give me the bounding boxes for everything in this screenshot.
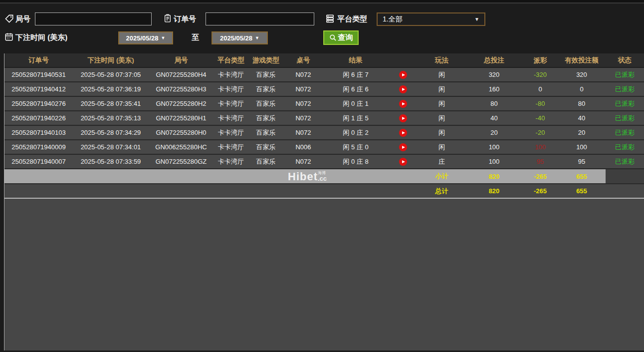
game-id-cell: GN006255280HC xyxy=(149,140,214,154)
game-id-cell: GN072255280H2 xyxy=(149,97,214,110)
magnifier-icon xyxy=(329,34,337,41)
query-button[interactable]: 查询 xyxy=(323,30,359,45)
subtotal-row: 小计 820 -265 655 Hibet 海博 .cc xyxy=(4,169,644,184)
header-status: 状态 xyxy=(606,53,644,67)
platform-type-value: 1.全部 xyxy=(383,15,403,24)
bet-type-cell: 闲 xyxy=(418,140,465,154)
order-id-cell: 250528071940103 xyxy=(4,126,73,139)
table-header-row: 订单号 下注时间 (美东) 局号 平台类型 游戏类型 桌号 结果 玩法 总投注 … xyxy=(4,53,644,68)
result-cell: 闲 6 庄 6 xyxy=(323,82,388,96)
platform-cell: 卡卡湾厅 xyxy=(214,155,248,168)
total-bet-cell: 160 xyxy=(465,82,523,96)
platform-type-select[interactable]: 1.全部 ▼ xyxy=(377,12,485,26)
bet-time-cell: 2025-05-28 07:35:41 xyxy=(73,97,149,110)
order-no-input[interactable] xyxy=(206,12,314,25)
table-row: 250528071940412 2025-05-28 07:36:19 GN07… xyxy=(4,82,644,97)
replay-play-button[interactable] xyxy=(399,158,407,166)
play-icon xyxy=(402,102,405,105)
game-no-input[interactable] xyxy=(35,12,152,25)
order-id-cell: 250528071940276 xyxy=(4,97,73,110)
total-bet-cell: 100 xyxy=(465,155,523,168)
header-valid-bet: 有效投注额 xyxy=(558,53,606,67)
table-row: 250528071940226 2025-05-28 07:35:13 GN07… xyxy=(4,111,644,126)
total-bet-cell: 40 xyxy=(465,111,523,125)
valid-bet-cell: 320 xyxy=(558,68,606,81)
game-id-cell: GN072255280H0 xyxy=(149,126,214,139)
status-badge: 已派彩 xyxy=(606,126,644,139)
bet-type-cell: 闲 xyxy=(418,126,465,139)
date-to-select[interactable]: 2025/05/28 ▼ xyxy=(212,31,268,44)
chevron-down-icon: ▼ xyxy=(161,35,166,40)
play-icon xyxy=(402,117,405,120)
result-cell: 闲 1 庄 5 xyxy=(323,111,388,125)
order-id-cell: 250528071940009 xyxy=(4,140,73,154)
status-badge: 已派彩 xyxy=(606,97,644,110)
table-no-cell: N072 xyxy=(283,155,323,168)
bet-time-cell: 2025-05-28 07:34:01 xyxy=(73,140,149,154)
valid-bet-cell: 0 xyxy=(558,82,606,96)
game-type-cell: 百家乐 xyxy=(248,126,283,139)
replay-play-button[interactable] xyxy=(399,71,407,79)
payout-cell: -20 xyxy=(523,126,558,139)
date-from-select[interactable]: 2025/05/28 ▼ xyxy=(118,31,173,44)
bet-type-cell: 闲 xyxy=(418,111,465,125)
date-from-value: 2025/05/28 xyxy=(126,34,159,42)
replay-play-button[interactable] xyxy=(399,85,407,93)
result-cell: 闲 5 庄 0 xyxy=(323,140,388,154)
subtotal-valid-bet: 655 xyxy=(558,169,606,183)
game-type-cell: 百家乐 xyxy=(248,155,283,168)
total-bet-cell: 100 xyxy=(465,140,523,154)
valid-bet-cell: 95 xyxy=(558,155,606,168)
game-id-cell: GN072255280H1 xyxy=(149,111,214,125)
game-type-cell: 百家乐 xyxy=(248,68,283,81)
table-row: 250528071940103 2025-05-28 07:34:29 GN07… xyxy=(4,126,644,140)
order-no-label: 订单号 xyxy=(174,14,196,24)
order-id-cell: 250528071940226 xyxy=(4,111,73,125)
table-no-cell: N072 xyxy=(283,111,323,125)
date-to-value: 2025/05/28 xyxy=(220,34,252,42)
platform-type-label: 平台类型 xyxy=(337,14,367,24)
order-id-cell: 250528071940007 xyxy=(4,155,73,168)
bet-type-cell: 闲 xyxy=(418,97,465,110)
platform-cell: 卡卡湾厅 xyxy=(214,126,248,139)
game-id-cell: GN072255280H4 xyxy=(149,68,214,81)
platform-cell: 卡卡湾厅 xyxy=(214,68,248,81)
result-cell: 闲 0 庄 2 xyxy=(323,126,388,139)
table-no-cell: N072 xyxy=(283,97,323,110)
total-bet-cell: 20 xyxy=(465,126,523,139)
grand-total-total-bet: 820 xyxy=(465,184,523,198)
result-cell: 闲 0 庄 8 xyxy=(323,155,388,168)
bet-time-cell: 2025-05-28 07:37:05 xyxy=(73,68,149,81)
replay-play-button[interactable] xyxy=(399,114,407,122)
platform-cell: 卡卡湾厅 xyxy=(214,82,248,96)
header-game-type: 游戏类型 xyxy=(248,53,283,67)
game-type-cell: 百家乐 xyxy=(248,140,283,154)
valid-bet-cell: 40 xyxy=(558,111,606,125)
replay-play-button[interactable] xyxy=(399,100,407,108)
header-total-bet: 总投注 xyxy=(465,53,523,67)
bet-time-label: 下注时间 (美东) xyxy=(15,33,67,42)
play-icon xyxy=(402,146,405,149)
header-result: 结果 xyxy=(323,53,388,67)
grand-total-payout: -265 xyxy=(523,184,558,198)
game-type-cell: 百家乐 xyxy=(248,111,283,125)
header-payout: 派彩 xyxy=(523,53,558,67)
subtotal-payout: -265 xyxy=(523,169,558,183)
date-range-separator: 至 xyxy=(192,33,199,42)
header-bet-time: 下注时间 (美东) xyxy=(73,53,149,67)
platform-cell: 卡卡湾厅 xyxy=(214,97,248,110)
play-icon xyxy=(402,73,405,76)
table-no-cell: N072 xyxy=(283,68,323,81)
grand-total-valid-bet: 655 xyxy=(558,184,606,198)
result-cell: 闲 0 庄 1 xyxy=(323,97,388,110)
game-id-cell: GN072255280H3 xyxy=(149,82,214,96)
bet-time-cell: 2025-05-28 07:35:13 xyxy=(73,111,149,125)
header-platform: 平台类型 xyxy=(214,53,248,67)
valid-bet-cell: 20 xyxy=(558,126,606,139)
replay-play-button[interactable] xyxy=(399,143,407,151)
status-badge: 已派彩 xyxy=(606,111,644,125)
payout-cell: -40 xyxy=(523,111,558,125)
table-no-cell: N006 xyxy=(283,140,323,154)
replay-play-button[interactable] xyxy=(399,129,407,137)
table-no-cell: N072 xyxy=(283,82,323,96)
